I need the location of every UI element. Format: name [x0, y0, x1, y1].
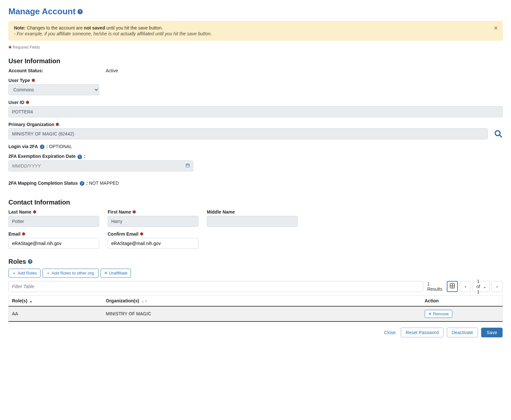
search-icon[interactable] [494, 130, 503, 138]
required-star-icon: ✱ [22, 231, 26, 237]
user-type-label-text: User Type [8, 78, 30, 83]
unaffiliate-label: Unaffiliate [109, 271, 128, 275]
user-id-label: User ID ✱ [8, 100, 503, 105]
primary-org-label-text: Primary Organization [8, 122, 54, 127]
col-roles-label: Role(s) [12, 298, 27, 303]
col-orgs-label: Organization(s) [106, 298, 139, 303]
save-button[interactable]: Save [481, 328, 503, 337]
prev-page-button[interactable]: ‹ [460, 281, 471, 292]
user-id-input[interactable] [8, 106, 503, 117]
svg-line-1 [500, 135, 502, 137]
email-col: Email ✱ [8, 231, 99, 249]
remove-label: Remove [433, 311, 449, 316]
action-cell: ✕ Remove [422, 306, 503, 321]
required-fields-label: Required Fields [13, 45, 40, 50]
user-type-select[interactable]: Commons [8, 84, 99, 95]
first-name-label-text: First Name [108, 209, 131, 215]
roles-heading-text: Roles [8, 258, 26, 265]
last-name-input[interactable] [8, 216, 99, 227]
grid-icon [449, 283, 455, 290]
x-icon: ✕ [428, 311, 432, 316]
help-icon[interactable]: ? [77, 9, 83, 14]
reset-password-button[interactable]: Reset Password [401, 328, 444, 337]
alert-note-line: Note: Changes to the account are not sav… [14, 25, 497, 30]
close-button[interactable]: Close [382, 330, 398, 335]
info-icon[interactable]: i [40, 145, 44, 149]
grid-view-button[interactable] [447, 281, 458, 292]
email-input[interactable] [8, 238, 99, 249]
next-page-button[interactable]: › [492, 281, 503, 292]
help-icon[interactable]: ? [28, 259, 32, 264]
contact-information-heading: Contact Information [8, 199, 503, 206]
colon-sep: : [86, 181, 88, 186]
user-information-heading: User Information [8, 57, 503, 65]
filter-table-input[interactable] [8, 281, 423, 292]
calendar-icon[interactable] [185, 163, 190, 169]
first-name-label: First Name ✱ [108, 209, 198, 215]
chevron-down-icon: ⌄ [483, 284, 487, 289]
confirm-email-col: Confirm Email ✱ [108, 231, 198, 249]
confirm-email-input[interactable] [108, 238, 198, 249]
middle-name-label: Middle Name [207, 209, 298, 215]
chevron-right-icon: › [496, 284, 498, 289]
user-id-row: User ID ✱ [8, 100, 503, 117]
chevron-left-icon: ‹ [465, 284, 466, 289]
user-type-row: User Type ✱ Commons [8, 78, 503, 95]
email-label: Email ✱ [8, 231, 99, 237]
primary-org-row: Primary Organization ✱ [8, 122, 503, 139]
col-roles-header[interactable]: Role(s) ▲ [9, 295, 103, 306]
info-icon[interactable]: i [80, 181, 84, 186]
required-fields-note: ✱ Required Fields [8, 45, 503, 50]
info-icon[interactable]: i [77, 155, 82, 159]
role-cell: AA [9, 306, 103, 321]
first-name-input[interactable] [108, 216, 198, 227]
alert-note-bold: not saved [84, 25, 105, 30]
required-star-icon: ✱ [8, 45, 12, 50]
account-status-label: Account Status: [8, 68, 102, 73]
add-roles-other-org-button[interactable]: ＋ Add Roles to other org. [42, 269, 99, 278]
sort-asc-icon: ▲ [29, 299, 32, 303]
page-title: Manage Account ? [8, 6, 503, 17]
exemption-date-label: 2FA Exemption Expiration Date i : [8, 154, 503, 159]
email-label-text: Email [8, 231, 20, 237]
results-count: 1 Results [427, 281, 443, 292]
plus-icon: ＋ [12, 270, 16, 276]
close-icon[interactable]: × [494, 25, 498, 31]
col-action-label: Action [425, 298, 439, 303]
add-roles-button[interactable]: ＋ Add Roles [8, 269, 41, 278]
account-status-row: Account Status: Active [8, 68, 503, 73]
required-star-icon: ✱ [31, 78, 35, 83]
roles-table: Role(s) ▲ Organization(s) ▲▼ Action AA M… [8, 295, 503, 322]
exemption-date-input[interactable] [8, 160, 193, 171]
primary-org-label: Primary Organization ✱ [8, 122, 503, 127]
mapping-status-row: 2FA Mapping Completion Status i : NOT MA… [8, 181, 503, 186]
page-indicator-button[interactable]: 1 of 1 ⌄ [473, 281, 490, 292]
mapping-status-value: NOT MAPPED [89, 181, 119, 186]
col-orgs-header[interactable]: Organization(s) ▲▼ [103, 295, 422, 306]
account-status-value: Active [106, 68, 118, 73]
roles-heading: Roles ? [8, 258, 503, 265]
user-type-label: User Type ✱ [8, 78, 503, 83]
exemption-date-label-text: 2FA Exemption Expiration Date [8, 154, 76, 159]
add-roles-other-label: Add Roles to other org. [52, 271, 95, 275]
required-star-icon: ✱ [33, 209, 37, 215]
col-action-header: Action [422, 295, 503, 306]
table-header-row: Role(s) ▲ Organization(s) ▲▼ Action [9, 295, 503, 306]
deactivate-button[interactable]: Deactivate [447, 328, 478, 337]
login-2fa-value: OPTIONAL [49, 144, 72, 149]
last-name-label-text: Last Name [8, 209, 31, 215]
middle-name-col: Middle Name [207, 209, 298, 227]
remove-role-button[interactable]: ✕ Remove [425, 310, 452, 318]
first-name-col: First Name ✱ [108, 209, 198, 227]
primary-org-input[interactable] [8, 128, 488, 139]
middle-name-input[interactable] [207, 216, 298, 227]
unaffiliate-button[interactable]: ✕ Unaffiliate [101, 269, 131, 278]
svg-rect-2 [186, 164, 190, 167]
colon-sep: : [46, 144, 48, 149]
confirm-email-label: Confirm Email ✱ [108, 231, 198, 237]
sort-icon: ▲▼ [141, 299, 148, 303]
page-indicator-text: 1 of 1 [476, 279, 481, 294]
required-star-icon: ✱ [140, 231, 144, 237]
login-2fa-label: Login via 2FA [8, 144, 38, 149]
add-roles-label: Add Roles [18, 271, 37, 275]
